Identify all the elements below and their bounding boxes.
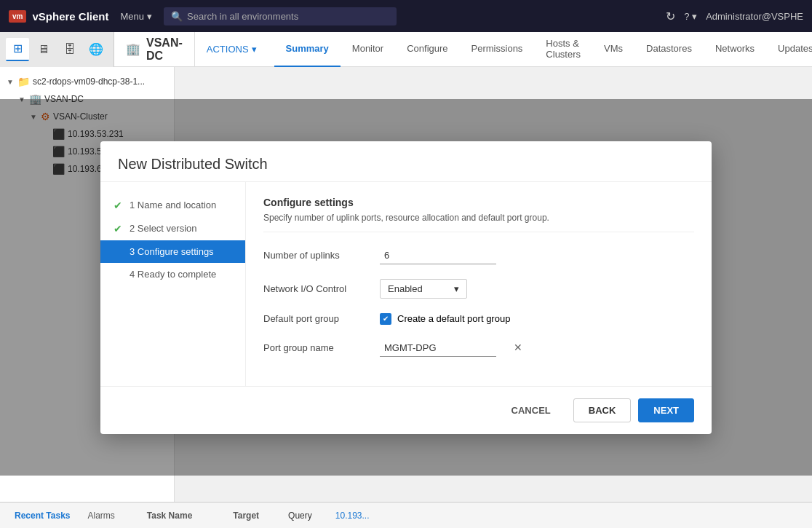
user-menu[interactable]: Administrator@VSPHE — [706, 11, 803, 22]
search-placeholder: Search in all environments — [187, 11, 298, 22]
nio-select[interactable]: Enabled ▾ — [380, 279, 467, 299]
dialog-overlay: New Distributed Switch ✔ 1 Name and loca… — [0, 99, 812, 476]
wizard-step-1[interactable]: ✔ 1 Name and location — [100, 194, 245, 217]
bottom-tab-alarms[interactable]: Alarms — [84, 511, 117, 521]
default-pg-check-label: Create a default port group — [397, 313, 510, 324]
tab-bar: Summary Monitor Configure Permissions Ho… — [268, 32, 812, 67]
port-input-wrap: ✕ — [380, 339, 496, 357]
menu-button[interactable]: Menu ▾ — [120, 11, 152, 22]
uplinks-label: Number of uplinks — [263, 250, 380, 261]
clear-icon[interactable]: ✕ — [514, 342, 522, 353]
default-pg-label: Default port group — [263, 313, 380, 324]
port-group-control: ✕ — [380, 339, 694, 357]
port-group-label: Port group name — [263, 342, 380, 353]
dialog-header: New Distributed Switch — [100, 141, 712, 182]
check-icon: ✔ — [112, 200, 124, 211]
new-distributed-switch-dialog: New Distributed Switch ✔ 1 Name and loca… — [100, 141, 712, 434]
nav-icon-networks[interactable]: 🌐 — [84, 38, 108, 61]
nio-label: Network I/O Control — [263, 283, 380, 294]
main-content: ▼ 📁 sc2-rdops-vm09-dhcp-38-1... ▼ 🏢 VSAN… — [0, 67, 812, 502]
default-pg-checkbox[interactable]: ✔ — [380, 313, 391, 325]
sidebar-item-root[interactable]: ▼ 📁 sc2-rdops-vm09-dhcp-38-1... — [0, 73, 174, 90]
chevron-down-icon: ▾ — [454, 283, 459, 294]
bottom-tab-recent-tasks[interactable]: Recent Tasks — [12, 511, 73, 521]
checkbox-row: ✔ Create a default port group — [380, 313, 694, 325]
sidebar-item-label: sc2-rdops-vm09-dhcp-38-1... — [33, 76, 145, 87]
uplinks-control — [380, 247, 694, 264]
uplinks-input[interactable] — [380, 247, 496, 264]
secondary-nav: ⊞ 🖥 🗄 🌐 🏢 VSAN-DC ACTIONS ▾ Summary Moni… — [0, 32, 812, 67]
task-name-col: Task Name — [147, 511, 192, 521]
folder-icon: 📁 — [17, 76, 30, 87]
section-title: Configure settings — [263, 197, 694, 208]
wizard-steps: ✔ 1 Name and location ✔ 2 Select version… — [100, 182, 246, 386]
tab-monitor[interactable]: Monitor — [341, 32, 395, 67]
configure-settings-form: Configure settings Specify number of upl… — [246, 182, 712, 386]
tab-configure[interactable]: Configure — [395, 32, 459, 67]
refresh-icon[interactable]: ↻ — [666, 9, 675, 23]
tab-datastores[interactable]: Datastores — [634, 32, 704, 67]
default-pg-control: ✔ Create a default port group — [380, 313, 694, 325]
wizard-step-3[interactable]: 3 Configure settings — [100, 240, 245, 263]
tree-toggle: ▼ — [6, 78, 15, 86]
task-row-target[interactable]: 10.193... — [335, 511, 370, 521]
brand: vm vSphere Client — [9, 10, 108, 23]
topbar: vm vSphere Client Menu ▾ 🔍 Search in all… — [0, 0, 812, 32]
target-col: Target — [233, 511, 259, 521]
cancel-button[interactable]: CANCEL — [496, 398, 566, 422]
step-2-label: 2 Select version — [130, 223, 197, 234]
nav-icon-hosts[interactable]: ⊞ — [6, 38, 29, 61]
step-1-label: 1 Name and location — [130, 200, 216, 210]
step-4-label: 4 Ready to complete — [130, 269, 216, 280]
back-button[interactable]: BACK — [573, 398, 632, 422]
nio-row: Network I/O Control Enabled ▾ — [263, 279, 694, 299]
nio-control: Enabled ▾ — [380, 279, 694, 299]
vm-logo: vm — [9, 10, 26, 23]
tab-updates[interactable]: Updates — [766, 32, 812, 67]
search-icon: 🔍 — [171, 11, 183, 22]
datacenter-name: VSAN-DC — [146, 36, 183, 63]
nav-icon-vms[interactable]: 🖥 — [32, 38, 55, 61]
actions-button[interactable]: ACTIONS ▾ — [195, 32, 268, 67]
uplinks-row: Number of uplinks — [263, 247, 694, 264]
help-button[interactable]: ? ▾ — [684, 11, 697, 22]
wizard-step-4[interactable]: 4 Ready to complete — [100, 263, 245, 285]
next-button[interactable]: NEXT — [638, 398, 694, 422]
app-title: vSphere Client — [32, 10, 108, 23]
dialog-body: ✔ 1 Name and location ✔ 2 Select version… — [100, 182, 712, 386]
check-icon: ✔ — [112, 223, 124, 235]
tab-hosts-clusters[interactable]: Hosts & Clusters — [534, 32, 592, 67]
datacenter-title: 🏢 VSAN-DC — [114, 32, 195, 67]
section-description: Specify number of uplink ports, resource… — [263, 213, 694, 232]
datacenter-icon: 🏢 — [126, 42, 140, 56]
tab-networks[interactable]: Networks — [704, 32, 766, 67]
tab-summary[interactable]: Summary — [274, 32, 341, 67]
port-group-input[interactable] — [380, 339, 511, 356]
default-pg-row: Default port group ✔ Create a default po… — [263, 313, 694, 325]
task-row-task: Query — [288, 511, 312, 521]
port-group-name-row: Port group name ✕ — [263, 339, 694, 357]
nio-value: Enabled — [388, 283, 423, 294]
topbar-right: ↻ ? ▾ Administrator@VSPHE — [666, 9, 803, 23]
tab-permissions[interactable]: Permissions — [460, 32, 535, 67]
nav-icons: ⊞ 🖥 🗄 🌐 — [0, 32, 114, 67]
search-bar[interactable]: 🔍 Search in all environments — [164, 7, 397, 25]
nav-icon-storage[interactable]: 🗄 — [58, 38, 81, 61]
tab-vms[interactable]: VMs — [592, 32, 634, 67]
step-3-label: 3 Configure settings — [130, 246, 214, 257]
bottom-bar: Recent Tasks Alarms Task Name Target Que… — [0, 502, 812, 528]
dialog-footer: CANCEL BACK NEXT — [100, 386, 712, 434]
wizard-step-2[interactable]: ✔ 2 Select version — [100, 217, 245, 240]
dialog-title: New Distributed Switch — [118, 156, 694, 173]
